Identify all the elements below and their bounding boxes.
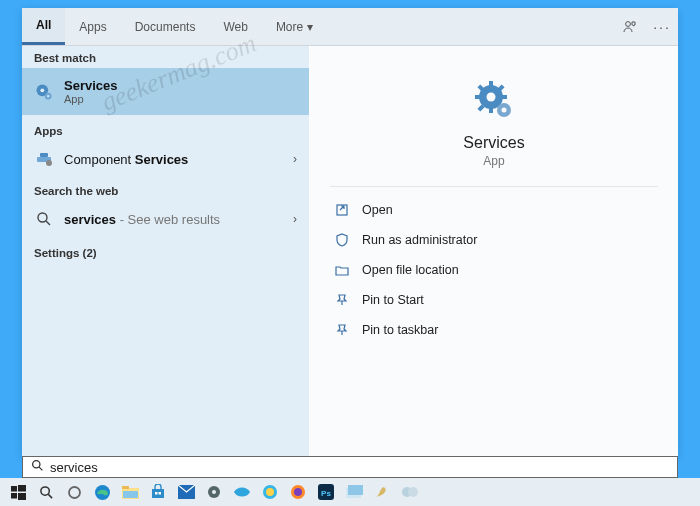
pin-taskbar-icon bbox=[334, 322, 350, 338]
result-component-services[interactable]: Component Services › bbox=[22, 141, 309, 177]
firefox-icon[interactable] bbox=[284, 478, 312, 506]
start-button[interactable] bbox=[4, 478, 32, 506]
feedback-icon[interactable] bbox=[614, 19, 646, 35]
svg-rect-35 bbox=[123, 491, 138, 498]
chevron-right-icon: › bbox=[293, 212, 297, 226]
open-icon bbox=[334, 202, 350, 218]
svg-point-0 bbox=[626, 21, 631, 26]
app-icon[interactable] bbox=[228, 478, 256, 506]
svg-point-19 bbox=[487, 93, 496, 102]
svg-point-29 bbox=[40, 486, 48, 494]
tab-all[interactable]: All bbox=[22, 8, 65, 45]
result-prefix: Component bbox=[64, 152, 135, 167]
search-box[interactable] bbox=[22, 456, 678, 478]
component-services-icon bbox=[34, 149, 54, 169]
svg-rect-27 bbox=[11, 493, 17, 499]
svg-rect-6 bbox=[40, 153, 48, 157]
taskbar: Ps bbox=[0, 478, 700, 506]
tab-web[interactable]: Web bbox=[209, 8, 261, 45]
tab-documents[interactable]: Documents bbox=[121, 8, 210, 45]
svg-rect-25 bbox=[11, 486, 17, 492]
svg-point-21 bbox=[502, 108, 507, 113]
web-suffix: - See web results bbox=[116, 212, 220, 227]
search-flyout: All Apps Documents Web More ▾ ··· Best m… bbox=[22, 8, 678, 456]
result-web-services[interactable]: services - See web results › bbox=[22, 201, 309, 237]
svg-point-8 bbox=[38, 213, 47, 222]
action-label: Open file location bbox=[362, 263, 459, 277]
svg-rect-28 bbox=[18, 493, 26, 500]
preview-hero: Services App bbox=[330, 68, 658, 187]
svg-point-23 bbox=[33, 461, 40, 468]
results-pane: Best match Services App Apps Component S… bbox=[22, 46, 309, 456]
action-pin-start[interactable]: Pin to Start bbox=[330, 285, 658, 315]
pin-start-icon bbox=[334, 292, 350, 308]
svg-rect-38 bbox=[159, 492, 162, 495]
svg-point-7 bbox=[46, 160, 52, 166]
taskbar-search-icon[interactable] bbox=[32, 478, 60, 506]
svg-point-43 bbox=[266, 488, 274, 496]
chevron-right-icon: › bbox=[293, 152, 297, 166]
best-match-header: Best match bbox=[22, 46, 309, 68]
action-pin-taskbar[interactable]: Pin to taskbar bbox=[330, 315, 658, 345]
tab-apps[interactable]: Apps bbox=[65, 8, 120, 45]
tab-more[interactable]: More ▾ bbox=[262, 8, 327, 45]
app-icon[interactable] bbox=[396, 478, 424, 506]
settings-header[interactable]: Settings (2) bbox=[22, 237, 309, 263]
action-label: Run as administrator bbox=[362, 233, 477, 247]
mail-icon[interactable] bbox=[172, 478, 200, 506]
svg-point-4 bbox=[47, 95, 49, 97]
svg-rect-37 bbox=[155, 492, 158, 495]
preview-pane: Services App Open Run as administrator O… bbox=[309, 46, 678, 456]
chevron-down-icon: ▾ bbox=[307, 20, 313, 34]
photoshop-icon[interactable]: Ps bbox=[312, 478, 340, 506]
cortana-icon[interactable] bbox=[60, 478, 88, 506]
svg-rect-49 bbox=[348, 485, 363, 495]
search-icon bbox=[34, 209, 54, 229]
svg-point-51 bbox=[408, 487, 418, 497]
svg-rect-26 bbox=[18, 485, 26, 492]
app-icon[interactable] bbox=[340, 478, 368, 506]
gear-icon bbox=[34, 82, 54, 102]
preview-title: Services bbox=[330, 134, 658, 152]
edge-icon[interactable] bbox=[88, 478, 116, 506]
action-label: Pin to Start bbox=[362, 293, 424, 307]
svg-point-2 bbox=[40, 88, 44, 92]
svg-line-9 bbox=[46, 221, 50, 225]
svg-point-31 bbox=[69, 487, 80, 498]
svg-point-41 bbox=[212, 490, 216, 494]
svg-rect-11 bbox=[489, 81, 493, 87]
search-icon bbox=[31, 458, 44, 476]
best-match-result[interactable]: Services App bbox=[22, 68, 309, 115]
svg-line-24 bbox=[39, 467, 42, 470]
settings-icon[interactable] bbox=[200, 478, 228, 506]
action-open-location[interactable]: Open file location bbox=[330, 255, 658, 285]
svg-text:Ps: Ps bbox=[321, 489, 331, 498]
result-highlight: Services bbox=[135, 152, 189, 167]
search-tabs: All Apps Documents Web More ▾ ··· bbox=[22, 8, 678, 46]
best-match-subtitle: App bbox=[64, 93, 297, 105]
tab-more-label: More bbox=[276, 20, 303, 34]
options-icon[interactable]: ··· bbox=[646, 19, 678, 35]
folder-icon bbox=[334, 262, 350, 278]
search-body: Best match Services App Apps Component S… bbox=[22, 46, 678, 456]
action-label: Pin to taskbar bbox=[362, 323, 438, 337]
search-input[interactable] bbox=[50, 460, 669, 475]
web-header: Search the web bbox=[22, 177, 309, 201]
action-open[interactable]: Open bbox=[330, 195, 658, 225]
action-label: Open bbox=[362, 203, 393, 217]
preview-subtitle: App bbox=[330, 154, 658, 168]
svg-rect-13 bbox=[475, 95, 481, 99]
svg-rect-14 bbox=[501, 95, 507, 99]
web-query: services bbox=[64, 212, 116, 227]
svg-rect-34 bbox=[122, 486, 129, 489]
app-icon[interactable] bbox=[368, 478, 396, 506]
gear-icon bbox=[474, 80, 514, 120]
app-icon[interactable] bbox=[256, 478, 284, 506]
svg-rect-12 bbox=[489, 107, 493, 113]
file-explorer-icon[interactable] bbox=[116, 478, 144, 506]
action-run-admin[interactable]: Run as administrator bbox=[330, 225, 658, 255]
svg-line-30 bbox=[48, 494, 52, 498]
store-icon[interactable] bbox=[144, 478, 172, 506]
svg-rect-36 bbox=[152, 489, 164, 498]
admin-icon bbox=[334, 232, 350, 248]
